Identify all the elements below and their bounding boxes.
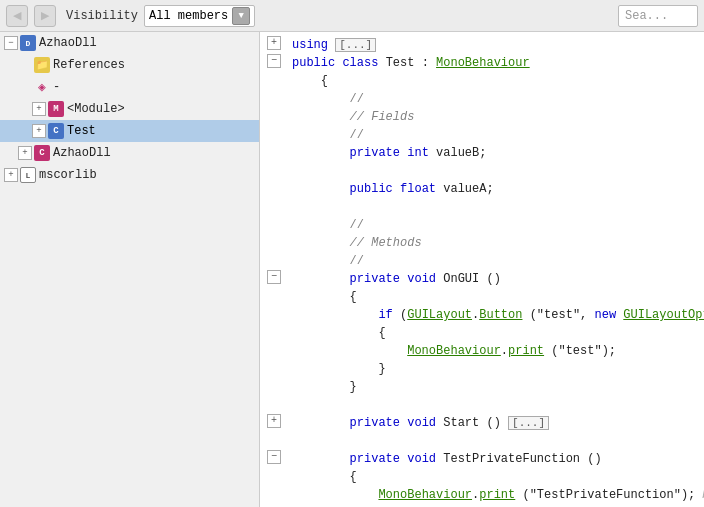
code-content: private void OnGUI () xyxy=(288,270,704,288)
tree-item-references[interactable]: 📁 References xyxy=(0,54,259,76)
code-content: using [...] xyxy=(288,36,704,54)
code-content xyxy=(288,162,704,180)
code-content: // xyxy=(288,216,704,234)
code-link[interactable]: GUILayout xyxy=(407,308,472,322)
back-button[interactable]: ◀ xyxy=(6,5,28,27)
code-content: MonoBehaviour.print ("TestPrivateFunctio… xyxy=(288,486,704,504)
code-content: } xyxy=(288,360,704,378)
code-token: { xyxy=(292,470,357,484)
code-line: −public class Test : MonoBehaviour xyxy=(260,54,704,72)
code-token: Start () xyxy=(436,416,508,430)
forward-button[interactable]: ▶ xyxy=(34,5,56,27)
code-link[interactable]: GUILayoutOpt xyxy=(623,308,704,322)
code-token: } xyxy=(292,362,386,376)
code-link[interactable]: print xyxy=(508,344,544,358)
code-content: // xyxy=(288,252,704,270)
code-gutter[interactable]: − xyxy=(260,450,288,464)
code-panel[interactable]: +using [...]−public class Test : MonoBeh… xyxy=(260,32,704,507)
code-content: MonoBehaviour.print ("test"); xyxy=(288,342,704,360)
expand-gutter-icon[interactable]: + xyxy=(267,414,281,428)
tree-item-minus[interactable]: ◈ - xyxy=(0,76,259,98)
code-link[interactable]: print xyxy=(479,488,515,502)
class-icon: C xyxy=(34,145,50,161)
collapse-gutter-icon[interactable]: − xyxy=(267,270,281,284)
search-box[interactable]: Sea... xyxy=(618,5,698,27)
expand-icon[interactable]: + xyxy=(32,124,46,138)
code-token: // xyxy=(292,92,364,106)
code-line xyxy=(260,432,704,450)
code-token xyxy=(292,272,350,286)
code-token xyxy=(292,452,350,466)
code-token: Test : xyxy=(378,56,436,70)
code-content: private void TestPrivateFunction () xyxy=(288,450,704,468)
code-content: if (GUILayout.Button ("test", new GUILay… xyxy=(288,306,704,324)
tree-item-label: <Module> xyxy=(67,102,125,116)
code-gutter[interactable]: + xyxy=(260,36,288,50)
expand-placeholder xyxy=(18,58,32,72)
code-content: // xyxy=(288,126,704,144)
code-gutter[interactable]: − xyxy=(260,270,288,284)
code-gutter[interactable]: − xyxy=(260,54,288,68)
code-token: . xyxy=(501,344,508,358)
collapse-icon[interactable]: − xyxy=(4,36,18,50)
code-content: // Fields xyxy=(288,108,704,126)
code-token: int xyxy=(407,146,429,160)
code-line: private int valueB; xyxy=(260,144,704,162)
code-token: private xyxy=(350,272,400,286)
module-icon: M xyxy=(48,101,64,117)
dll-icon: D xyxy=(20,35,36,51)
code-line: { xyxy=(260,72,704,90)
tree-item-azhaodll-inner[interactable]: + C AzhaoDll xyxy=(0,142,259,164)
collapse-gutter-icon[interactable]: − xyxy=(267,54,281,68)
code-line: − private void OnGUI () xyxy=(260,270,704,288)
code-gutter[interactable]: + xyxy=(260,414,288,428)
code-token: } xyxy=(292,380,357,394)
code-content xyxy=(288,396,704,414)
code-line: { xyxy=(260,288,704,306)
collapsed-inline[interactable]: [...] xyxy=(508,416,549,430)
code-token xyxy=(292,146,350,160)
code-token: class xyxy=(342,56,378,70)
code-token: ("TestPrivateFunction"); xyxy=(515,488,695,502)
code-token: void xyxy=(407,416,436,430)
expand-icon[interactable]: + xyxy=(4,168,18,182)
tree-item-label: AzhaoDll xyxy=(39,36,97,50)
code-content: } xyxy=(288,378,704,396)
code-line: if (GUILayout.Button ("test", new GUILay… xyxy=(260,306,704,324)
code-line: { xyxy=(260,324,704,342)
visibility-select[interactable]: All members ▼ xyxy=(144,5,255,27)
code-link[interactable]: MonoBehaviour xyxy=(378,488,472,502)
code-token: // xyxy=(292,254,364,268)
code-link[interactable]: MonoBehaviour xyxy=(407,344,501,358)
code-token: TestPrivateFunction () xyxy=(436,452,609,466)
expand-icon[interactable]: + xyxy=(18,146,32,160)
dropdown-arrow-icon[interactable]: ▼ xyxy=(232,7,250,25)
code-token: if xyxy=(378,308,392,322)
code-token: OnGUI () xyxy=(436,272,508,286)
collapse-gutter-icon[interactable]: − xyxy=(267,450,281,464)
tree-item-module[interactable]: + M <Module> xyxy=(0,98,259,120)
tree-item-label: - xyxy=(53,80,60,94)
visibility-select-text: All members xyxy=(149,9,228,23)
tree-item-azhaodll-root[interactable]: − D AzhaoDll xyxy=(0,32,259,54)
expand-gutter-icon[interactable]: + xyxy=(267,36,281,50)
code-token xyxy=(292,182,350,196)
expand-icon[interactable]: + xyxy=(32,102,46,116)
collapsed-inline[interactable]: [...] xyxy=(335,38,376,52)
code-token: private xyxy=(350,146,400,160)
code-token: using xyxy=(292,38,328,52)
code-link[interactable]: MonoBehaviour xyxy=(436,56,530,70)
code-line: MonoBehaviour.print ("TestPrivateFunctio… xyxy=(260,486,704,504)
code-line: − private void TestPrivateFunction () xyxy=(260,450,704,468)
code-token xyxy=(292,344,407,358)
code-token xyxy=(292,308,378,322)
tree-item-mscorlib[interactable]: + L mscorlib xyxy=(0,164,259,186)
code-line: // Fields xyxy=(260,108,704,126)
code-content: private int valueB; xyxy=(288,144,704,162)
code-line: +using [...] xyxy=(260,36,704,54)
search-placeholder: Sea... xyxy=(625,9,668,23)
tree-item-test[interactable]: + C Test xyxy=(0,120,259,142)
code-link[interactable]: Button xyxy=(479,308,522,322)
code-line: public float valueA; xyxy=(260,180,704,198)
code-content xyxy=(288,198,704,216)
